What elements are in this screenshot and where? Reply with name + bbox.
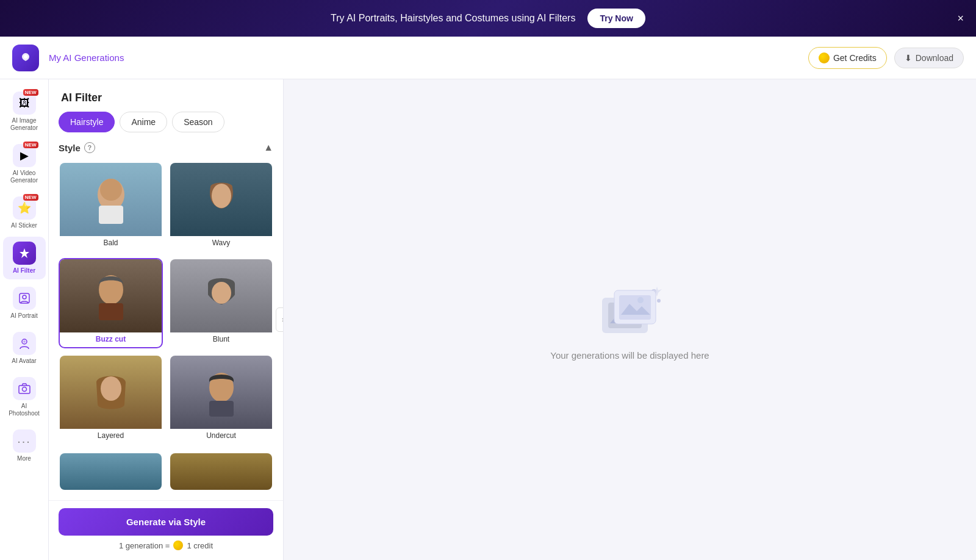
- bald-card-label: Bald: [60, 236, 162, 251]
- bald-card-image: [60, 163, 162, 236]
- credit-amount: 1 credit: [187, 541, 213, 550]
- style-grid: Bald Wavy: [59, 162, 273, 445]
- partial-card-image-1: [60, 453, 162, 490]
- empty-state-text: Your generations will be displayed here: [550, 350, 709, 361]
- header-nav: My AI Generations: [49, 52, 808, 63]
- style-grid-partial: [59, 452, 273, 491]
- ai-video-generator-icon: ▶ NEW: [13, 144, 36, 167]
- sidebar-item-ai-image-generator[interactable]: 🖼 NEW AI Image Generator: [3, 87, 46, 137]
- ai-sticker-icon: ⭐ NEW: [13, 196, 36, 220]
- style-card-partial-1[interactable]: [59, 452, 163, 491]
- generate-area: Generate via Style 1 generation = 1 cred…: [49, 500, 283, 560]
- main-layout: 🖼 NEW AI Image Generator ▶ NEW AI Video …: [0, 79, 976, 560]
- wavy-card-label: Wavy: [170, 236, 272, 251]
- undercut-card-image: [170, 356, 272, 429]
- blunt-card-label: Blunt: [170, 332, 272, 347]
- tab-anime[interactable]: Anime: [120, 112, 167, 132]
- ai-portrait-icon: [13, 287, 36, 310]
- svg-point-8: [100, 179, 122, 201]
- ai-photoshoot-icon: [13, 377, 36, 400]
- banner-close-button[interactable]: ×: [957, 12, 964, 25]
- style-card-undercut[interactable]: Undercut: [169, 354, 273, 445]
- sidebar-item-label: AI Filter: [13, 267, 35, 275]
- ai-image-generator-icon: 🖼 NEW: [13, 92, 36, 115]
- partial-card-image-2: [170, 453, 272, 490]
- content-area: Your generations will be displayed here: [284, 79, 976, 560]
- get-credits-button[interactable]: Get Credits: [808, 47, 887, 69]
- blunt-card-image: [170, 259, 272, 332]
- sidebar-item-label: More: [17, 455, 31, 462]
- undercut-card-label: Undercut: [170, 429, 272, 443]
- ai-avatar-icon: [13, 332, 36, 355]
- style-card-partial-2[interactable]: [169, 452, 273, 491]
- tab-season[interactable]: Season: [172, 112, 224, 132]
- download-icon: ⬇: [905, 53, 912, 63]
- svg-point-13: [212, 282, 231, 304]
- style-card-wavy[interactable]: Wavy: [169, 162, 273, 252]
- filter-panel-title: AI Filter: [49, 79, 283, 112]
- help-icon[interactable]: ?: [84, 142, 95, 153]
- sidebar-item-ai-avatar[interactable]: AI Avatar: [3, 327, 46, 370]
- layered-card-image: [60, 356, 162, 429]
- layered-card-label: Layered: [60, 429, 162, 443]
- style-card-buzz-cut[interactable]: Buzz cut: [59, 258, 163, 348]
- more-icon: ···: [13, 429, 36, 453]
- header: My AI Generations Get Credits ⬇ Download: [0, 37, 976, 79]
- svg-point-10: [212, 184, 231, 208]
- svg-point-25: [637, 297, 644, 303]
- sidebar-item-ai-portrait[interactable]: AI Portrait: [3, 282, 46, 325]
- style-header: Style ? ▲: [59, 142, 273, 153]
- sidebar-item-ai-sticker[interactable]: ⭐ NEW AI Sticker: [3, 192, 46, 234]
- sidebar-item-label: AI Image Generator: [7, 117, 42, 132]
- style-card-bald[interactable]: Bald: [59, 162, 163, 252]
- credit-info: 1 generation = 1 credit: [59, 540, 273, 550]
- sidebar-item-label: AI Photoshoot: [7, 403, 42, 417]
- empty-state-icon: [593, 279, 666, 340]
- style-card-blunt[interactable]: Blunt: [169, 258, 273, 348]
- svg-rect-9: [99, 206, 123, 224]
- download-label: Download: [916, 53, 953, 63]
- chevron-up-icon[interactable]: ▲: [264, 142, 273, 153]
- svg-rect-12: [99, 303, 123, 320]
- sidebar-item-label: AI Sticker: [11, 222, 37, 229]
- get-credits-label: Get Credits: [833, 53, 877, 63]
- coin-icon: [819, 52, 830, 63]
- banner-text: Try AI Portraits, Hairstyles and Costume…: [331, 13, 575, 24]
- credit-coin-icon: [173, 540, 183, 550]
- wavy-card-image: [170, 163, 272, 236]
- empty-illustration: Your generations will be displayed here: [550, 279, 709, 361]
- sidebar-item-ai-photoshoot[interactable]: AI Photoshoot: [3, 372, 46, 422]
- svg-rect-16: [209, 401, 234, 417]
- style-card-layered[interactable]: Layered: [59, 354, 163, 445]
- my-ai-generations-link[interactable]: My AI Generations: [49, 52, 124, 63]
- ai-filter-icon: [13, 242, 36, 265]
- filter-panel: AI Filter Hairstyle Anime Season Style ?…: [49, 79, 284, 560]
- sidebar-item-ai-filter[interactable]: AI Filter: [3, 237, 46, 279]
- svg-point-18: [657, 299, 661, 303]
- credit-prefix: 1 generation =: [119, 541, 170, 550]
- style-label: Style ?: [59, 142, 95, 153]
- header-actions: Get Credits ⬇ Download: [808, 47, 964, 69]
- banner-try-button[interactable]: Try Now: [587, 9, 645, 28]
- svg-point-6: [22, 387, 26, 392]
- generate-button[interactable]: Generate via Style: [59, 508, 273, 536]
- sidebar-item-more[interactable]: ··· More: [3, 425, 46, 467]
- svg-point-2: [23, 295, 26, 299]
- sidebar-item-ai-video-generator[interactable]: ▶ NEW AI Video Generator: [3, 139, 46, 189]
- sidebar-item-label: AI Avatar: [12, 357, 36, 365]
- icon-sidebar: 🖼 NEW AI Image Generator ▶ NEW AI Video …: [0, 79, 49, 560]
- sidebar-item-label: AI Portrait: [10, 312, 37, 320]
- download-button[interactable]: ⬇ Download: [894, 48, 964, 68]
- svg-rect-24: [619, 295, 651, 320]
- tab-hairstyle[interactable]: Hairstyle: [59, 112, 115, 132]
- svg-point-0: [24, 55, 27, 59]
- svg-point-4: [23, 340, 26, 343]
- filter-tabs: Hairstyle Anime Season: [49, 112, 283, 142]
- svg-point-14: [101, 376, 121, 401]
- top-banner: Try AI Portraits, Hairstyles and Costume…: [0, 0, 976, 37]
- app-logo: [12, 45, 39, 71]
- style-section: Style ? ▲ Bald: [49, 142, 283, 500]
- buzzcut-card-label: Buzz cut: [60, 332, 162, 347]
- sidebar-item-label: AI Video Generator: [7, 170, 42, 184]
- collapse-panel-button[interactable]: ›: [276, 307, 284, 332]
